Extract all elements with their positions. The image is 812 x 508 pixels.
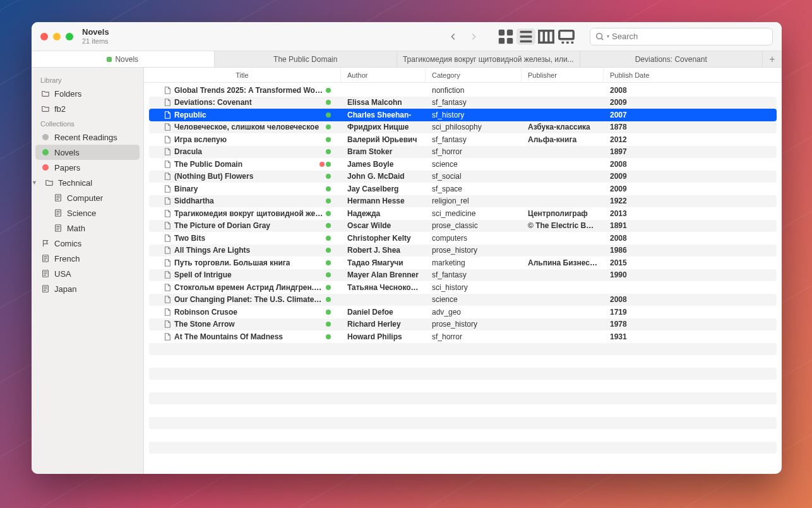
document-icon xyxy=(163,197,172,205)
table-row[interactable]: Человеческое, слишком человеческоеФридри… xyxy=(149,121,777,134)
table-row[interactable]: RepublicCharles Sheehan-sf_history2007 xyxy=(149,109,777,121)
tab-0[interactable]: Novels xyxy=(32,51,215,67)
sidebar-item-folders[interactable]: Folders xyxy=(35,86,140,101)
table-row[interactable]: Two BitsChristopher Keltycomputers2008 xyxy=(149,232,777,245)
back-button[interactable] xyxy=(445,28,462,45)
sidebar-item-computer[interactable]: Computer xyxy=(35,190,140,205)
empty-row xyxy=(149,355,777,368)
tab-3[interactable]: Deviations: Covenant xyxy=(580,51,763,67)
sidebar-head-library: Library xyxy=(35,73,140,86)
zoom-button[interactable] xyxy=(66,33,73,40)
table-row[interactable]: Путь торговли. Большая книгаТадао Ямагуч… xyxy=(149,257,777,269)
table-row[interactable]: Трагикомедия вокруг щитовидной желез...Н… xyxy=(149,207,777,220)
tag-icon xyxy=(107,57,112,62)
table-row[interactable]: (Nothing But) FlowersJohn G. McDaidsf_so… xyxy=(149,171,777,183)
text-icon xyxy=(40,253,51,263)
table-row[interactable]: The Stone ArrowRichard Herleyprose_histo… xyxy=(149,318,777,331)
svg-line-15 xyxy=(602,38,604,40)
row-publisher: © The Electric Book... xyxy=(522,221,604,230)
sidebar-item-comics[interactable]: Comics xyxy=(35,236,140,251)
row-title: Трагикомедия вокруг щитовидной желез... xyxy=(174,209,323,218)
table-row[interactable]: Global Trends 2025: A Transformed Worldn… xyxy=(149,84,777,97)
table-row[interactable]: Our Changing Planet: The U.S. Climate C.… xyxy=(149,294,777,306)
table-row[interactable]: DraculaBram Stokersf_horror1897 xyxy=(149,146,777,159)
search-menu-caret[interactable]: ▾ xyxy=(607,33,609,39)
empty-row xyxy=(149,417,777,430)
row-title: Игра вслепую xyxy=(174,135,227,144)
close-button[interactable] xyxy=(40,33,48,40)
tab-label: Трагикомедия вокруг щитовидной железы, и… xyxy=(403,55,574,64)
row-title: All Things Are Lights xyxy=(174,246,250,255)
search-input[interactable] xyxy=(612,32,767,41)
document-icon xyxy=(163,209,172,218)
row-author: Фридрих Ницше xyxy=(341,123,426,131)
disclosure-icon[interactable]: ▼ xyxy=(32,179,38,186)
gallery-view-button[interactable] xyxy=(557,28,576,45)
table-row[interactable]: BinaryJay Caselbergsf_space2009 xyxy=(149,183,777,195)
row-title: Стокгольм времен Астрид Линдгрен. Ис... xyxy=(174,283,323,292)
row-category: prose_history xyxy=(426,320,522,329)
column-view-button[interactable] xyxy=(537,28,556,45)
search-field[interactable]: ▾ xyxy=(590,28,773,45)
sidebar-item-japan[interactable]: Japan xyxy=(35,281,140,296)
svg-rect-3 xyxy=(507,37,513,43)
grid-view-button[interactable] xyxy=(496,28,515,45)
document-icon xyxy=(163,246,172,255)
row-title: Global Trends 2025: A Transformed World xyxy=(174,86,323,95)
row-author: Charles Sheehan- xyxy=(341,111,426,119)
document-icon xyxy=(163,86,172,95)
row-category: sf_fantasy xyxy=(426,98,522,107)
row-category: sf_fantasy xyxy=(426,135,522,144)
empty-row xyxy=(149,429,777,442)
table-row[interactable]: All Things Are LightsRobert J. Sheaprose… xyxy=(149,245,777,257)
row-title: Republic xyxy=(174,111,206,119)
row-tags xyxy=(326,223,331,228)
text-icon xyxy=(40,284,51,294)
main-list: Title Author Category Publisher Publish … xyxy=(144,68,782,474)
empty-row xyxy=(149,442,777,454)
svg-rect-2 xyxy=(499,37,505,43)
row-category: nonfiction xyxy=(426,86,522,95)
list-view-button[interactable] xyxy=(516,28,535,45)
sidebar-item-french[interactable]: French xyxy=(35,251,140,266)
col-author[interactable]: Author xyxy=(341,68,426,82)
table-row[interactable]: The Public DomainJames Boylescience2008 xyxy=(149,158,777,171)
sidebar-item-fb2[interactable]: fb2 xyxy=(35,101,140,116)
sidebar-item-label: Comics xyxy=(54,239,81,248)
col-publish-date[interactable]: Publish Date xyxy=(604,68,782,82)
col-title[interactable]: Title xyxy=(144,68,341,82)
table-row[interactable]: Robinson CrusoeDaniel Defoeadv_geo1719 xyxy=(149,306,777,318)
tab-1[interactable]: The Public Domain xyxy=(215,51,398,67)
document-icon xyxy=(163,172,172,181)
sidebar-item-papers[interactable]: Papers xyxy=(35,160,140,175)
sidebar-item-science[interactable]: Science xyxy=(35,205,140,221)
sidebar-item-label: Papers xyxy=(54,163,80,172)
table-row[interactable]: At The Mountains Of MadnessHoward Philip… xyxy=(149,330,777,343)
row-date: 2008 xyxy=(604,160,648,169)
sidebar-item-recent-readings[interactable]: Recent Readings xyxy=(35,130,140,145)
table-row[interactable]: Deviations: CovenantElissa Malcohnsf_fan… xyxy=(149,97,777,109)
sidebar-item-label: Japan xyxy=(54,284,76,294)
sidebar-item-math[interactable]: Math xyxy=(35,221,140,236)
sidebar-item-technical[interactable]: ▼Technical xyxy=(35,175,140,190)
col-category[interactable]: Category xyxy=(426,68,522,82)
sidebar-item-usa[interactable]: USA xyxy=(35,266,140,281)
table-row[interactable]: SiddharthaHermann Hessereligion_rel1922 xyxy=(149,195,777,208)
table-row[interactable]: Игра вслепуюВалерий Юрьевичsf_fantasyАль… xyxy=(149,133,777,146)
new-tab-button[interactable]: + xyxy=(763,51,782,67)
row-category: sf_horror xyxy=(426,147,522,156)
sidebar-item-label: Computer xyxy=(67,193,103,203)
row-date: 1986 xyxy=(604,246,648,255)
forward-button[interactable] xyxy=(465,28,482,45)
table-row[interactable]: The Picture of Dorian GrayOscar Wildepro… xyxy=(149,220,777,233)
row-author: Elissa Malcohn xyxy=(341,98,426,107)
app-window: Novels 21 items ▾ NovelsThe Public Domai… xyxy=(32,22,782,474)
table-row[interactable]: Spell of IntrigueMayer Alan Brennersf_fa… xyxy=(149,269,777,282)
table-row[interactable]: Стокгольм времен Астрид Линдгрен. Ис...Т… xyxy=(149,281,777,294)
tab-2[interactable]: Трагикомедия вокруг щитовидной железы, и… xyxy=(397,51,580,67)
row-title: Siddhartha xyxy=(174,197,214,205)
sidebar-item-novels[interactable]: Novels xyxy=(35,145,140,160)
col-publisher[interactable]: Publisher xyxy=(522,68,604,82)
minimize-button[interactable] xyxy=(53,33,61,40)
row-tags xyxy=(326,88,331,93)
